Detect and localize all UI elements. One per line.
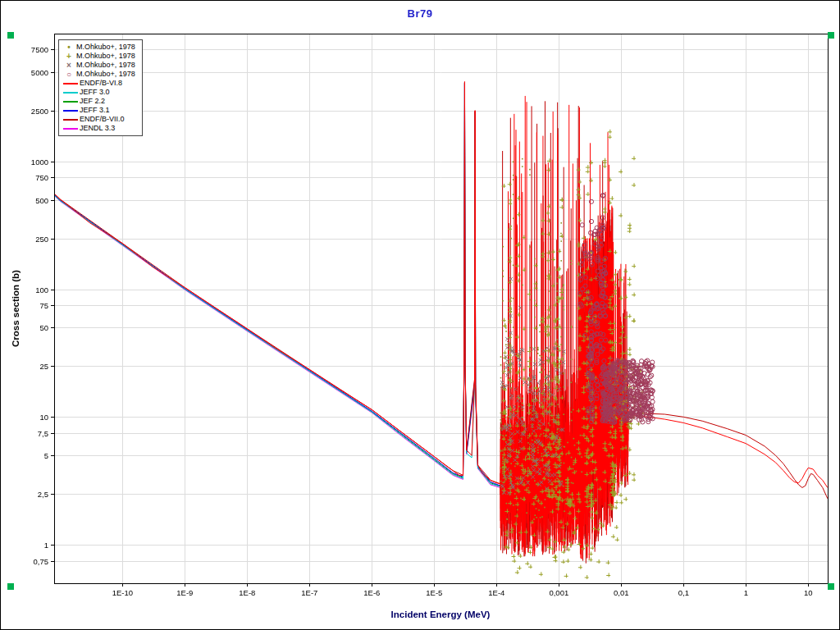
legend-line-swatch bbox=[63, 92, 78, 94]
x-tick-label: 1E-10 bbox=[112, 588, 133, 597]
x-tick-label: 10 bbox=[804, 588, 813, 597]
resize-handle-top-right[interactable] bbox=[828, 32, 834, 39]
legend-line-swatch bbox=[63, 119, 78, 121]
legend-line-swatch bbox=[63, 128, 78, 130]
chart-root: Br79 Cross section (b) Incident Energy (… bbox=[0, 0, 840, 630]
x-tick-label: 0,01 bbox=[614, 588, 629, 597]
y-tick-label: 0,75 bbox=[1, 557, 48, 566]
legend-item: ENDF/B-VI.8 bbox=[62, 79, 135, 88]
y-tick-label: 5 bbox=[1, 451, 48, 460]
legend-label: ENDF/B-VII.0 bbox=[80, 115, 125, 124]
x-tick-label: 0,1 bbox=[678, 588, 689, 597]
legend-item: +M.Ohkubo+, 1978 bbox=[62, 52, 135, 61]
y-tick-label: 100 bbox=[1, 285, 48, 294]
y-tick-label: 250 bbox=[1, 235, 48, 244]
legend-line-swatch bbox=[63, 83, 78, 84]
legend-marker-x-icon: × bbox=[62, 62, 76, 70]
legend-marker-plus-icon: + bbox=[62, 52, 76, 61]
y-tick-label: 7,5 bbox=[1, 429, 48, 438]
y-tick-label: 7500 bbox=[1, 45, 48, 54]
resize-handle-top-left[interactable] bbox=[7, 32, 14, 39]
legend-item: JEFF 3.1 bbox=[62, 106, 135, 115]
legend-item: •M.Ohkubo+, 1978 bbox=[62, 43, 135, 52]
x-tick-label: 1 bbox=[744, 588, 748, 597]
y-tick-label: 2500 bbox=[1, 107, 48, 116]
x-tick-label: 0,001 bbox=[549, 588, 568, 597]
x-tick-label: 1E-6 bbox=[363, 588, 380, 597]
legend-label: ENDF/B-VI.8 bbox=[80, 79, 122, 88]
chart-title: Br79 bbox=[1, 7, 839, 20]
y-tick-label: 500 bbox=[1, 196, 48, 205]
legend-item: JENDL 3.3 bbox=[62, 124, 135, 133]
y-tick-label: 750 bbox=[1, 173, 48, 182]
y-tick-label: 5000 bbox=[1, 68, 48, 77]
legend-item: ENDF/B-VII.0 bbox=[62, 115, 135, 124]
legend-label: M.Ohkubo+, 1978 bbox=[76, 61, 135, 70]
legend-line-swatch bbox=[63, 101, 78, 103]
y-tick-label: 75 bbox=[1, 301, 48, 310]
resize-handle-bottom-right[interactable] bbox=[828, 583, 834, 590]
y-tick-label: 25 bbox=[1, 362, 48, 371]
x-tick-label: 1E-5 bbox=[426, 588, 442, 597]
x-tick-label: 1E-7 bbox=[301, 588, 317, 597]
legend-label: JEFF 3.0 bbox=[80, 88, 110, 97]
legend-label: JEFF 3.1 bbox=[80, 106, 110, 115]
x-tick-label: 1E-9 bbox=[176, 588, 193, 597]
resize-handle-bottom-left[interactable] bbox=[7, 583, 14, 590]
x-tick-label: 1E-8 bbox=[239, 588, 255, 597]
y-tick-label: 1000 bbox=[1, 158, 48, 167]
y-tick-label: 2,5 bbox=[1, 490, 48, 499]
x-tick-label: 1E-4 bbox=[488, 588, 504, 597]
legend-label: M.Ohkubo+, 1978 bbox=[76, 70, 135, 79]
legend-label: JEF 2.2 bbox=[80, 97, 105, 106]
legend-item: JEFF 3.0 bbox=[62, 88, 135, 97]
x-axis-label: Incident Energy (MeV) bbox=[391, 609, 491, 619]
legend-label: M.Ohkubo+, 1978 bbox=[76, 52, 135, 61]
y-tick-label: 50 bbox=[1, 323, 48, 332]
legend-label: M.Ohkubo+, 1978 bbox=[76, 43, 135, 52]
y-tick-label: 10 bbox=[1, 413, 48, 422]
legend-item: ○M.Ohkubo+, 1978 bbox=[62, 70, 135, 79]
legend-item: JEF 2.2 bbox=[62, 97, 135, 106]
y-tick-label: 1 bbox=[1, 541, 48, 550]
legend-marker-dot-icon: • bbox=[62, 43, 76, 52]
legend-line-swatch bbox=[63, 110, 78, 112]
legend-marker-circle-icon: ○ bbox=[62, 71, 76, 79]
legend-label: JENDL 3.3 bbox=[80, 124, 115, 133]
legend[interactable]: •M.Ohkubo+, 1978+M.Ohkubo+, 1978×M.Ohkub… bbox=[58, 39, 143, 136]
legend-item: ×M.Ohkubo+, 1978 bbox=[62, 61, 135, 70]
